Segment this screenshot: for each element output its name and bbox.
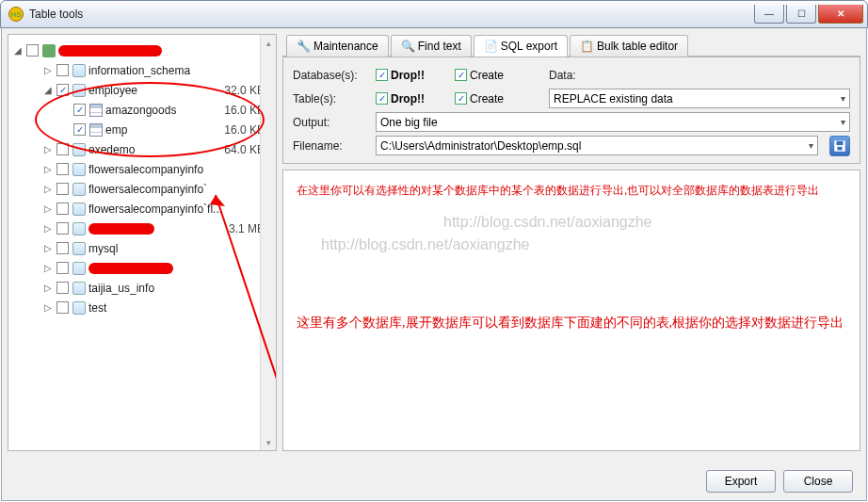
tree-db-row[interactable]: ▷ <box>12 258 272 278</box>
expand-icon[interactable]: ▷ <box>42 243 54 253</box>
tbl-create-checkbox[interactable] <box>455 92 467 105</box>
preview-area: 在这里你可以有选择性的对某个数据库中的某个表的数据进行导出,也可以对全部数据库的… <box>282 170 860 451</box>
tab-bulkeditor[interactable]: 📋Bulk table editor <box>570 35 688 57</box>
maintenance-icon: 🔧 <box>297 40 310 53</box>
redacted-label <box>88 223 154 235</box>
filename-label: Filename: <box>293 139 368 153</box>
maximize-button[interactable]: ☐ <box>786 5 816 24</box>
tree-db-row[interactable]: ▷taijia_us_info <box>12 278 272 298</box>
redacted-label <box>58 45 162 57</box>
database-icon <box>72 242 86 255</box>
tree-db-row[interactable]: ▷flowersalecompanyinfo`fl... <box>12 199 272 219</box>
output-mode-combo[interactable]: One big file <box>376 112 850 132</box>
app-icon: HS <box>8 7 24 22</box>
checkbox[interactable] <box>56 64 69 76</box>
database-icon <box>72 163 86 176</box>
tab-maintenance[interactable]: 🔧Maintenance <box>286 35 389 57</box>
db-label: flowersalecompanyinfo`fl... <box>88 202 222 216</box>
tree-db-row[interactable]: ▷test <box>12 298 272 317</box>
expand-icon[interactable]: ▷ <box>42 65 54 75</box>
db-label: flowersalecompanyinfo <box>88 163 203 176</box>
minimize-button[interactable]: — <box>754 5 784 24</box>
filename-combo[interactable]: C:\Users\Administrator\Desktop\emp.sql <box>376 136 818 155</box>
db-label: information_schema <box>88 64 190 77</box>
db-label: taijia_us_info <box>88 282 154 295</box>
checkbox[interactable] <box>56 222 69 235</box>
tbl-drop-checkbox[interactable] <box>376 92 388 105</box>
expand-icon[interactable]: ▷ <box>42 302 54 313</box>
tree-db-row[interactable]: ▷mysql <box>12 238 272 258</box>
expand-icon[interactable]: ▷ <box>42 144 54 154</box>
bulkeditor-icon: 📋 <box>580 40 593 53</box>
checkbox[interactable] <box>56 262 69 274</box>
data-mode-combo[interactable]: REPLACE existing data <box>549 89 850 108</box>
checkbox[interactable] <box>56 301 69 314</box>
tree-scrollbar[interactable]: ▴▾ <box>260 35 276 450</box>
table-label: emp <box>105 123 127 137</box>
checkbox[interactable] <box>56 84 69 96</box>
tree-db-row[interactable]: ▷information_schema <box>12 60 272 80</box>
tree-root[interactable]: ◢ <box>12 40 272 60</box>
expand-icon[interactable]: ▷ <box>42 283 54 293</box>
sqlexport-icon: 📄 <box>484 40 497 53</box>
redacted-label <box>88 263 173 274</box>
expand-icon[interactable]: ▷ <box>42 184 54 194</box>
db-size: 32.0 KB <box>224 84 265 97</box>
tab-label: Find text <box>418 40 461 53</box>
collapse-icon[interactable]: ◢ <box>12 45 24 56</box>
expand-icon[interactable]: ▷ <box>42 263 54 273</box>
checkbox[interactable] <box>56 282 69 294</box>
tab-bar: 🔧Maintenance🔍Find text📄SQL export📋Bulk t… <box>282 34 860 57</box>
svg-rect-3 <box>837 140 844 144</box>
database-icon <box>72 262 86 275</box>
watermark-2: http://blog.csdn.net/aoxiangzhe <box>321 236 530 253</box>
db-label: flowersalecompanyinfo` <box>88 183 207 196</box>
floppy-icon <box>833 139 846 153</box>
save-filename-button[interactable] <box>829 136 850 156</box>
tree-db-row[interactable]: ▷flowersalecompanyinfo` <box>12 179 272 199</box>
database-icon <box>72 222 86 235</box>
tree-db-row[interactable]: ▷3.1 MB <box>12 219 272 238</box>
checkbox[interactable] <box>56 143 69 155</box>
tables-label: Table(s): <box>293 92 368 105</box>
tab-label: SQL export <box>501 40 557 53</box>
checkbox[interactable] <box>73 123 86 136</box>
tree-db-row[interactable]: ▷flowersalecompanyinfo <box>12 159 272 179</box>
database-icon <box>72 64 86 77</box>
db-label: employee <box>88 84 137 97</box>
checkbox[interactable] <box>73 104 86 116</box>
server-icon <box>42 44 56 57</box>
watermark-1: http://blog.csdn.net/aoxiangzhe <box>443 214 652 231</box>
database-icon <box>72 84 86 97</box>
table-size: 16.0 KB <box>224 123 265 137</box>
tree-table-row[interactable]: emp16.0 KB <box>12 120 272 139</box>
tree-db-row[interactable]: ◢employee32.0 KB <box>12 80 272 100</box>
expand-icon[interactable]: ▷ <box>42 223 54 234</box>
data-label: Data: <box>549 69 576 82</box>
checkbox[interactable] <box>56 202 69 215</box>
tab-sqlexport[interactable]: 📄SQL export <box>474 35 568 57</box>
expand-icon[interactable]: ▷ <box>42 203 54 214</box>
database-icon <box>72 143 86 156</box>
db-label: test <box>88 301 106 315</box>
close-button[interactable]: Close <box>783 470 853 493</box>
database-icon <box>72 202 86 216</box>
findtext-icon: 🔍 <box>401 40 414 53</box>
checkbox[interactable] <box>26 44 39 57</box>
export-button[interactable]: Export <box>706 470 776 493</box>
table-icon <box>89 104 103 117</box>
tree-table-row[interactable]: amazongoods16.0 KB <box>12 100 272 120</box>
db-create-checkbox[interactable] <box>455 69 467 81</box>
tab-findtext[interactable]: 🔍Find text <box>391 35 472 57</box>
db-drop-checkbox[interactable] <box>376 69 388 81</box>
checkbox[interactable] <box>56 183 69 195</box>
window-titlebar: HS Table tools — ☐ ✕ <box>0 0 868 28</box>
database-icon <box>72 282 86 295</box>
expand-icon[interactable]: ▷ <box>42 164 54 174</box>
collapse-icon[interactable]: ◢ <box>42 85 54 95</box>
tree-db-row[interactable]: ▷exedemo64.0 KB <box>12 139 272 159</box>
annotation-text-2: 这里有多个数据库,展开数据库可以看到数据库下面建的不同的表,根据你的选择对数据进… <box>297 313 846 332</box>
checkbox[interactable] <box>56 242 69 254</box>
checkbox[interactable] <box>56 163 69 175</box>
close-window-button[interactable]: ✕ <box>818 5 863 24</box>
